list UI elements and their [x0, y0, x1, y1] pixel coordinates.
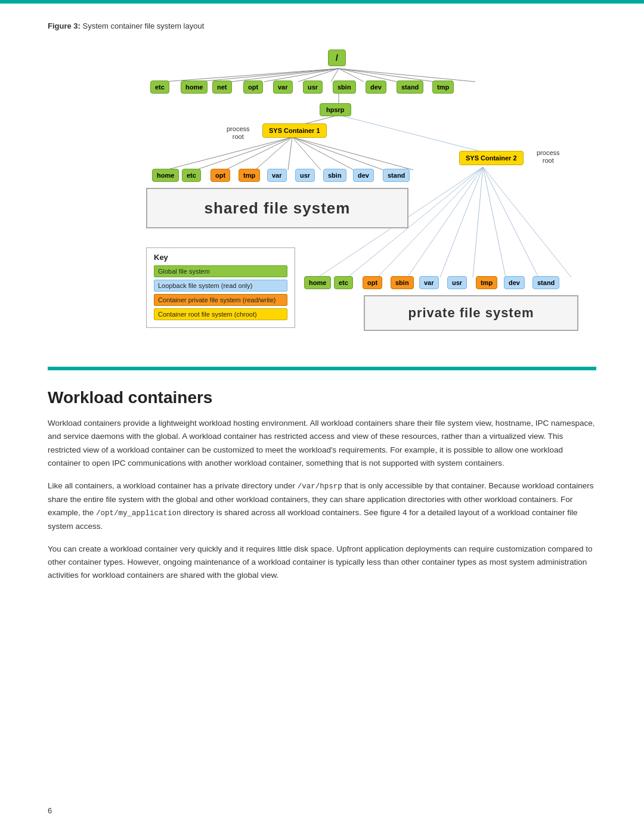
- private-usr: usr: [447, 276, 467, 289]
- figure-caption: Figure 3: System container file system l…: [48, 21, 596, 30]
- key-chroot: Container root file system (chroot): [154, 308, 287, 320]
- node-hpsrp: hpsrp: [320, 103, 351, 116]
- private-tmp: tmp: [476, 276, 497, 289]
- node-stand: stand: [397, 80, 423, 94]
- svg-line-14: [225, 137, 292, 170]
- paragraph-3: You can create a workload container very…: [48, 543, 596, 583]
- svg-line-13: [196, 137, 292, 170]
- svg-line-30: [483, 167, 571, 277]
- svg-line-20: [292, 137, 413, 170]
- paragraph-1: Workload containers provide a lightweigh…: [48, 417, 596, 470]
- caption-text: System container file system layout: [83, 21, 205, 30]
- private-sbin: sbin: [391, 276, 414, 289]
- svg-line-9: [339, 69, 475, 82]
- private-home: home: [304, 276, 331, 289]
- divider-bar-top: [48, 367, 596, 370]
- shared-sbin: sbin: [323, 169, 346, 182]
- key-loopback: Loopback file system (read only): [154, 280, 287, 292]
- node-dev: dev: [366, 80, 386, 94]
- page-number: 6: [48, 806, 52, 815]
- key-global: Global file system: [154, 265, 287, 277]
- shared-file-system-box: shared file system: [146, 188, 408, 228]
- shared-etc: etc: [182, 169, 201, 182]
- private-opt: opt: [363, 276, 382, 289]
- svg-line-3: [264, 69, 339, 82]
- svg-line-21: [339, 115, 483, 152]
- private-var: var: [419, 276, 439, 289]
- sys-container-2: SYS Container 2: [459, 151, 524, 165]
- node-opt: opt: [243, 80, 263, 94]
- private-file-system-box: private file system: [364, 295, 578, 331]
- shared-stand: stand: [383, 169, 410, 182]
- page-content: Figure 3: System container file system l…: [0, 4, 644, 628]
- node-etc: etc: [150, 80, 169, 94]
- process-root-left: processroot: [227, 125, 250, 141]
- svg-line-26: [440, 167, 483, 277]
- root-node: /: [328, 49, 346, 66]
- node-tmp: tmp: [432, 80, 454, 94]
- shared-tmp: tmp: [239, 169, 260, 182]
- svg-line-18: [292, 137, 354, 170]
- svg-line-8: [339, 69, 434, 82]
- process-root-right: processroot: [537, 149, 560, 165]
- key-private: Container private file system (read/writ…: [154, 294, 287, 306]
- svg-line-19: [292, 137, 383, 170]
- private-stand: stand: [532, 276, 559, 289]
- svg-line-16: [288, 137, 292, 170]
- svg-line-29: [483, 167, 538, 277]
- node-home: home: [181, 80, 208, 94]
- svg-line-0: [164, 69, 339, 82]
- key-title: Key: [154, 253, 287, 262]
- private-etc: etc: [334, 276, 353, 289]
- private-dev: dev: [504, 276, 525, 289]
- node-net: net: [212, 80, 232, 94]
- svg-line-27: [473, 167, 483, 277]
- sys-container-1: SYS Container 1: [262, 123, 327, 138]
- key-box: Key Global file system Loopback file sys…: [146, 247, 295, 328]
- section-title: Workload containers: [48, 388, 596, 407]
- shared-var: var: [267, 169, 287, 182]
- svg-line-28: [483, 167, 506, 277]
- shared-dev: dev: [353, 169, 374, 182]
- shared-home: home: [152, 169, 179, 182]
- shared-usr: usr: [295, 169, 315, 182]
- shared-opt: opt: [210, 169, 230, 182]
- shared-label: shared file system: [205, 199, 351, 218]
- node-var: var: [273, 80, 293, 94]
- node-sbin: sbin: [333, 80, 356, 94]
- svg-line-12: [166, 137, 292, 170]
- node-usr: usr: [303, 80, 323, 94]
- paragraph-2: Like all containers, a workload containe…: [48, 479, 596, 533]
- diagram-container: / etc home net opt var usr sbin dev stan…: [48, 39, 596, 361]
- private-label: private file system: [408, 305, 534, 321]
- svg-line-25: [407, 167, 483, 277]
- caption-bold: Figure 3:: [48, 21, 80, 30]
